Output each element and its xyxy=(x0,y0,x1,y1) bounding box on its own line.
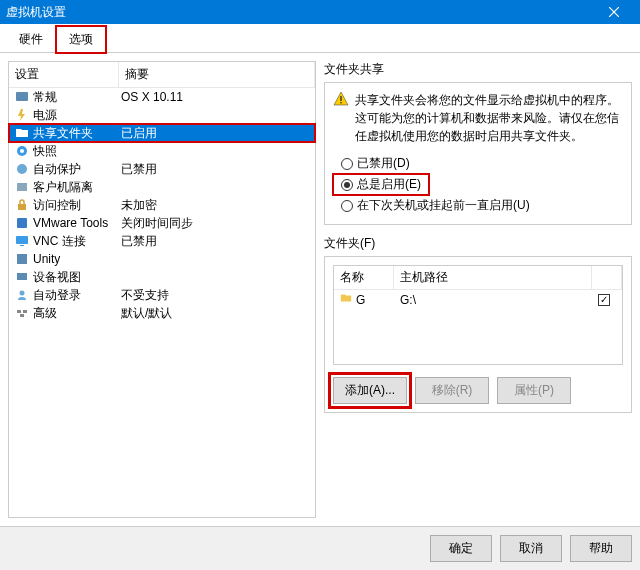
col-name[interactable]: 名称 xyxy=(334,266,394,289)
close-icon xyxy=(609,7,619,17)
vm-settings-window: 虚拟机设置 硬件 选项 设置 摘要 常规 OS X 10.11 xyxy=(0,0,640,570)
row-device-view[interactable]: 设备视图 xyxy=(9,268,315,286)
svg-rect-18 xyxy=(340,102,341,103)
col-summary[interactable]: 摘要 xyxy=(119,62,315,87)
svg-point-13 xyxy=(20,291,25,296)
dialog-footer: 确定 取消 帮助 xyxy=(0,526,640,570)
folders-list[interactable]: 名称 主机路径 G G:\ xyxy=(333,265,623,365)
radio-disabled[interactable]: 已禁用(D) xyxy=(333,153,623,174)
col-enabled[interactable] xyxy=(592,266,622,289)
radio-always-enabled[interactable]: 总是启用(E) xyxy=(333,174,429,195)
list-header: 设置 摘要 xyxy=(9,62,315,88)
svg-rect-7 xyxy=(18,204,26,210)
svg-rect-6 xyxy=(17,183,27,191)
svg-rect-2 xyxy=(16,92,28,101)
unity-icon xyxy=(13,252,31,266)
row-shared-folders[interactable]: 共享文件夹 已启用 xyxy=(9,124,315,142)
svg-rect-8 xyxy=(17,218,27,228)
sharing-fieldset: 共享文件夹会将您的文件显示给虚拟机中的程序。这可能为您的计算机和数据带来风险。请… xyxy=(324,82,632,225)
row-access[interactable]: 访问控制 未加密 xyxy=(9,196,315,214)
folders-header: 名称 主机路径 xyxy=(334,266,622,290)
svg-rect-10 xyxy=(20,245,24,246)
radio-icon xyxy=(341,179,353,191)
sharing-label: 文件夹共享 xyxy=(324,61,632,78)
warning-icon xyxy=(333,91,349,145)
row-autologin[interactable]: 自动登录 不受支持 xyxy=(9,286,315,304)
ok-button[interactable]: 确定 xyxy=(430,535,492,562)
radio-until-shutdown[interactable]: 在下次关机或挂起前一直启用(U) xyxy=(333,195,623,216)
col-path[interactable]: 主机路径 xyxy=(394,266,592,289)
settings-list[interactable]: 设置 摘要 常规 OS X 10.11 电源 xyxy=(8,61,316,518)
isolation-icon xyxy=(13,180,31,194)
folders-label: 文件夹(F) xyxy=(324,235,632,252)
row-snapshot[interactable]: 快照 xyxy=(9,142,315,160)
tab-hardware[interactable]: 硬件 xyxy=(6,26,56,52)
svg-point-4 xyxy=(20,149,24,153)
svg-rect-17 xyxy=(340,96,341,101)
row-unity[interactable]: Unity xyxy=(9,250,315,268)
snapshot-icon xyxy=(13,144,31,158)
svg-rect-9 xyxy=(16,236,28,244)
vnc-icon xyxy=(13,234,31,248)
power-icon xyxy=(13,108,31,122)
row-power[interactable]: 电源 xyxy=(9,106,315,124)
row-vmtools[interactable]: VMware Tools 关闭时间同步 xyxy=(9,214,315,232)
device-view-icon xyxy=(13,270,31,284)
folder-icon xyxy=(13,126,31,140)
folder-icon xyxy=(340,292,356,307)
advanced-icon xyxy=(13,306,31,320)
svg-rect-12 xyxy=(17,273,27,280)
autoprotect-icon xyxy=(13,162,31,176)
lock-icon xyxy=(13,198,31,212)
add-folder-button[interactable]: 添加(A)... xyxy=(333,377,407,404)
row-vnc[interactable]: VNC 连接 已禁用 xyxy=(9,232,315,250)
tab-strip: 硬件 选项 xyxy=(0,24,640,53)
radio-icon xyxy=(341,158,353,170)
window-title: 虚拟机设置 xyxy=(6,4,594,21)
help-button[interactable]: 帮助 xyxy=(570,535,632,562)
svg-rect-11 xyxy=(17,254,27,264)
row-advanced[interactable]: 高级 默认/默认 xyxy=(9,304,315,322)
titlebar: 虚拟机设置 xyxy=(0,0,640,24)
close-button[interactable] xyxy=(594,0,634,24)
row-general[interactable]: 常规 OS X 10.11 xyxy=(9,88,315,106)
folders-fieldset: 名称 主机路径 G G:\ 添加(A)... 移除(R) 属性(P) xyxy=(324,256,632,413)
cancel-button[interactable]: 取消 xyxy=(500,535,562,562)
col-setting[interactable]: 设置 xyxy=(9,62,119,87)
tab-options[interactable]: 选项 xyxy=(56,26,106,53)
row-isolation[interactable]: 客户机隔离 xyxy=(9,178,315,196)
tools-icon xyxy=(13,216,31,230)
svg-rect-14 xyxy=(17,310,21,313)
folder-props-button[interactable]: 属性(P) xyxy=(497,377,571,404)
autologin-icon xyxy=(13,288,31,302)
remove-folder-button[interactable]: 移除(R) xyxy=(415,377,489,404)
warning-text: 共享文件夹会将您的文件显示给虚拟机中的程序。这可能为您的计算机和数据带来风险。请… xyxy=(355,91,623,145)
folder-row[interactable]: G G:\ xyxy=(334,290,622,309)
general-icon xyxy=(13,90,31,104)
radio-icon xyxy=(341,200,353,212)
row-autoprotect[interactable]: 自动保护 已禁用 xyxy=(9,160,315,178)
svg-rect-15 xyxy=(23,310,27,313)
folder-enabled-checkbox[interactable] xyxy=(598,294,610,306)
svg-rect-16 xyxy=(20,314,24,317)
svg-point-5 xyxy=(17,164,27,174)
